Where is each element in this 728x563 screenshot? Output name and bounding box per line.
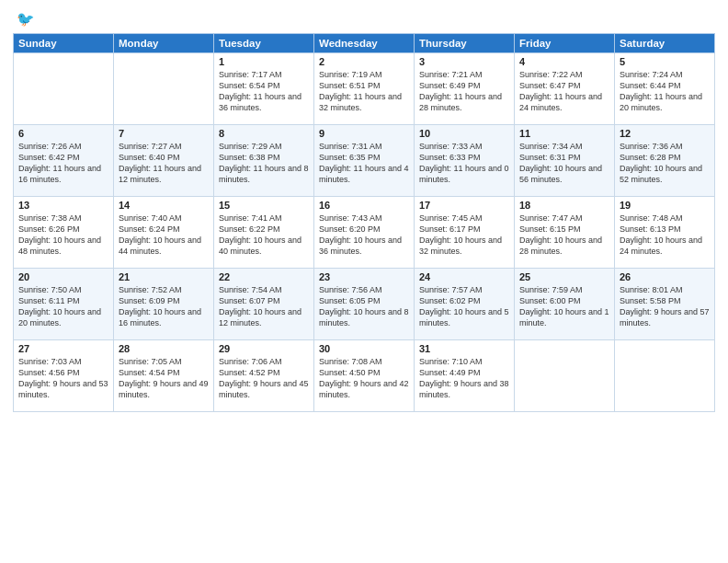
calendar-cell: 15Sunrise: 7:41 AMSunset: 6:22 PMDayligh… [214, 197, 314, 269]
calendar-cell: 27Sunrise: 7:03 AMSunset: 4:56 PMDayligh… [14, 340, 114, 412]
logo: 🐦 [13, 9, 39, 28]
day-number: 28 [119, 343, 209, 354]
day-number: 8 [219, 128, 309, 139]
calendar-cell: 3Sunrise: 7:21 AMSunset: 6:49 PMDaylight… [415, 53, 515, 125]
week-row-1: 1Sunrise: 7:17 AMSunset: 6:54 PMDaylight… [14, 53, 715, 125]
calendar-cell: 16Sunrise: 7:43 AMSunset: 6:20 PMDayligh… [314, 197, 415, 269]
calendar-cell: 19Sunrise: 7:48 AMSunset: 6:13 PMDayligh… [615, 197, 715, 269]
calendar-cell: 29Sunrise: 7:06 AMSunset: 4:52 PMDayligh… [214, 340, 314, 412]
calendar-cell: 12Sunrise: 7:36 AMSunset: 6:28 PMDayligh… [615, 125, 715, 197]
day-number: 6 [18, 128, 108, 139]
cell-info: Sunrise: 7:05 AMSunset: 4:54 PMDaylight:… [119, 356, 209, 401]
day-number: 11 [519, 128, 609, 139]
day-number: 5 [620, 56, 710, 67]
calendar-cell: 30Sunrise: 7:08 AMSunset: 4:50 PMDayligh… [314, 340, 415, 412]
day-number: 29 [219, 343, 309, 354]
day-number: 18 [519, 200, 609, 211]
svg-text:🐦: 🐦 [17, 10, 35, 28]
calendar-cell: 23Sunrise: 7:56 AMSunset: 6:05 PMDayligh… [314, 269, 415, 340]
cell-info: Sunrise: 7:19 AMSunset: 6:51 PMDaylight:… [319, 69, 409, 114]
calendar-cell: 8Sunrise: 7:29 AMSunset: 6:38 PMDaylight… [214, 125, 314, 197]
cell-info: Sunrise: 7:56 AMSunset: 6:05 PMDaylight:… [319, 284, 409, 329]
day-number: 20 [18, 271, 108, 282]
calendar-cell: 24Sunrise: 7:57 AMSunset: 6:02 PMDayligh… [415, 269, 515, 340]
cell-info: Sunrise: 7:24 AMSunset: 6:44 PMDaylight:… [620, 69, 710, 114]
calendar-cell: 5Sunrise: 7:24 AMSunset: 6:44 PMDaylight… [615, 53, 715, 125]
cell-info: Sunrise: 7:57 AMSunset: 6:02 PMDaylight:… [419, 284, 509, 329]
week-row-4: 20Sunrise: 7:50 AMSunset: 6:11 PMDayligh… [14, 269, 715, 340]
cell-info: Sunrise: 7:47 AMSunset: 6:15 PMDaylight:… [519, 213, 609, 258]
calendar-page: 🐦 SundayMondayTuesdayWednesdayThursdayFr… [0, 0, 728, 563]
calendar-cell: 9Sunrise: 7:31 AMSunset: 6:35 PMDaylight… [314, 125, 415, 197]
day-number: 24 [419, 271, 509, 282]
cell-info: Sunrise: 7:08 AMSunset: 4:50 PMDaylight:… [319, 356, 409, 401]
calendar-cell: 17Sunrise: 7:45 AMSunset: 6:17 PMDayligh… [415, 197, 515, 269]
day-number: 9 [319, 128, 409, 139]
weekday-header-row: SundayMondayTuesdayWednesdayThursdayFrid… [14, 34, 715, 53]
cell-info: Sunrise: 7:54 AMSunset: 6:07 PMDaylight:… [219, 284, 309, 329]
day-number: 10 [419, 128, 509, 139]
cell-info: Sunrise: 7:52 AMSunset: 6:09 PMDaylight:… [119, 284, 209, 329]
day-number: 27 [18, 343, 108, 354]
day-number: 1 [219, 56, 309, 67]
day-number: 21 [119, 271, 209, 282]
cell-info: Sunrise: 7:38 AMSunset: 6:26 PMDaylight:… [18, 213, 108, 258]
calendar-cell: 2Sunrise: 7:19 AMSunset: 6:51 PMDaylight… [314, 53, 415, 125]
day-number: 13 [18, 200, 108, 211]
logo-icon: 🐦 [17, 9, 35, 28]
day-number: 7 [119, 128, 209, 139]
calendar-cell: 10Sunrise: 7:33 AMSunset: 6:33 PMDayligh… [415, 125, 515, 197]
calendar-cell [114, 53, 214, 125]
week-row-5: 27Sunrise: 7:03 AMSunset: 4:56 PMDayligh… [14, 340, 715, 412]
cell-info: Sunrise: 7:43 AMSunset: 6:20 PMDaylight:… [319, 213, 409, 258]
cell-info: Sunrise: 7:41 AMSunset: 6:22 PMDaylight:… [219, 213, 309, 258]
cell-info: Sunrise: 7:10 AMSunset: 4:49 PMDaylight:… [419, 356, 509, 401]
weekday-header-friday: Friday [515, 34, 615, 53]
day-number: 3 [419, 56, 509, 67]
calendar-cell: 4Sunrise: 7:22 AMSunset: 6:47 PMDaylight… [515, 53, 615, 125]
day-number: 19 [620, 200, 710, 211]
weekday-header-saturday: Saturday [615, 34, 715, 53]
day-number: 4 [519, 56, 609, 67]
cell-info: Sunrise: 7:34 AMSunset: 6:31 PMDaylight:… [519, 141, 609, 186]
calendar-cell: 21Sunrise: 7:52 AMSunset: 6:09 PMDayligh… [114, 269, 214, 340]
calendar-cell [515, 340, 615, 412]
calendar-cell: 6Sunrise: 7:26 AMSunset: 6:42 PMDaylight… [14, 125, 114, 197]
calendar-cell: 25Sunrise: 7:59 AMSunset: 6:00 PMDayligh… [515, 269, 615, 340]
calendar-cell: 7Sunrise: 7:27 AMSunset: 6:40 PMDaylight… [114, 125, 214, 197]
day-number: 15 [219, 200, 309, 211]
calendar-cell: 11Sunrise: 7:34 AMSunset: 6:31 PMDayligh… [515, 125, 615, 197]
cell-info: Sunrise: 7:31 AMSunset: 6:35 PMDaylight:… [319, 141, 409, 186]
calendar-table: SundayMondayTuesdayWednesdayThursdayFrid… [13, 33, 715, 412]
calendar-cell: 14Sunrise: 7:40 AMSunset: 6:24 PMDayligh… [114, 197, 214, 269]
cell-info: Sunrise: 7:29 AMSunset: 6:38 PMDaylight:… [219, 141, 309, 186]
calendar-cell: 28Sunrise: 7:05 AMSunset: 4:54 PMDayligh… [114, 340, 214, 412]
day-number: 16 [319, 200, 409, 211]
day-number: 17 [419, 200, 509, 211]
day-number: 31 [419, 343, 509, 354]
cell-info: Sunrise: 7:59 AMSunset: 6:00 PMDaylight:… [519, 284, 609, 329]
day-number: 26 [620, 271, 710, 282]
calendar-cell [14, 53, 114, 125]
cell-info: Sunrise: 8:01 AMSunset: 5:58 PMDaylight:… [620, 284, 710, 329]
calendar-cell: 31Sunrise: 7:10 AMSunset: 4:49 PMDayligh… [415, 340, 515, 412]
day-number: 22 [219, 271, 309, 282]
calendar-cell: 13Sunrise: 7:38 AMSunset: 6:26 PMDayligh… [14, 197, 114, 269]
calendar-cell: 20Sunrise: 7:50 AMSunset: 6:11 PMDayligh… [14, 269, 114, 340]
day-number: 25 [519, 271, 609, 282]
weekday-header-wednesday: Wednesday [314, 34, 415, 53]
weekday-header-sunday: Sunday [14, 34, 114, 53]
weekday-header-thursday: Thursday [415, 34, 515, 53]
calendar-cell: 18Sunrise: 7:47 AMSunset: 6:15 PMDayligh… [515, 197, 615, 269]
cell-info: Sunrise: 7:27 AMSunset: 6:40 PMDaylight:… [119, 141, 209, 186]
day-number: 23 [319, 271, 409, 282]
calendar-cell: 26Sunrise: 8:01 AMSunset: 5:58 PMDayligh… [615, 269, 715, 340]
calendar-cell: 22Sunrise: 7:54 AMSunset: 6:07 PMDayligh… [214, 269, 314, 340]
week-row-3: 13Sunrise: 7:38 AMSunset: 6:26 PMDayligh… [14, 197, 715, 269]
cell-info: Sunrise: 7:22 AMSunset: 6:47 PMDaylight:… [519, 69, 609, 114]
weekday-header-tuesday: Tuesday [214, 34, 314, 53]
cell-info: Sunrise: 7:40 AMSunset: 6:24 PMDaylight:… [119, 213, 209, 258]
day-number: 2 [319, 56, 409, 67]
cell-info: Sunrise: 7:03 AMSunset: 4:56 PMDaylight:… [18, 356, 108, 401]
calendar-cell: 1Sunrise: 7:17 AMSunset: 6:54 PMDaylight… [214, 53, 314, 125]
